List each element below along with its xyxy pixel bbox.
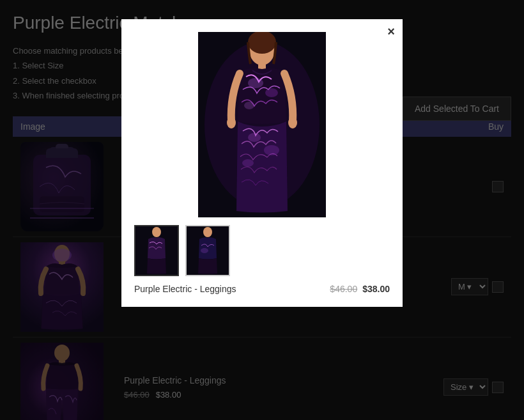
modal-thumbnail-1[interactable] (134, 225, 179, 276)
svg-point-28 (201, 248, 208, 253)
modal-thumbnails (134, 225, 390, 276)
modal-price-sale: $38.00 (362, 284, 390, 294)
svg-point-19 (248, 133, 261, 142)
svg-point-27 (203, 227, 212, 237)
svg-point-17 (265, 88, 278, 97)
svg-point-25 (152, 227, 161, 237)
modal-overlay: × (0, 0, 524, 420)
modal-product-info: Purple Electric - Leggings $46.00 $38.00 (134, 284, 390, 294)
svg-point-22 (227, 117, 236, 128)
svg-point-20 (264, 145, 279, 155)
svg-point-21 (242, 159, 254, 167)
modal-product-name: Purple Electric - Leggings (134, 284, 236, 294)
svg-point-16 (248, 78, 263, 88)
modal-box: × (121, 19, 403, 307)
modal-main-image (134, 32, 390, 217)
modal-close-button[interactable]: × (387, 24, 395, 39)
modal-price-original: $46.00 (330, 284, 357, 294)
modal-prices: $46.00 $38.00 (330, 284, 390, 294)
modal-thumbnail-2[interactable] (185, 225, 230, 276)
svg-point-23 (288, 117, 297, 128)
svg-point-18 (244, 102, 254, 109)
